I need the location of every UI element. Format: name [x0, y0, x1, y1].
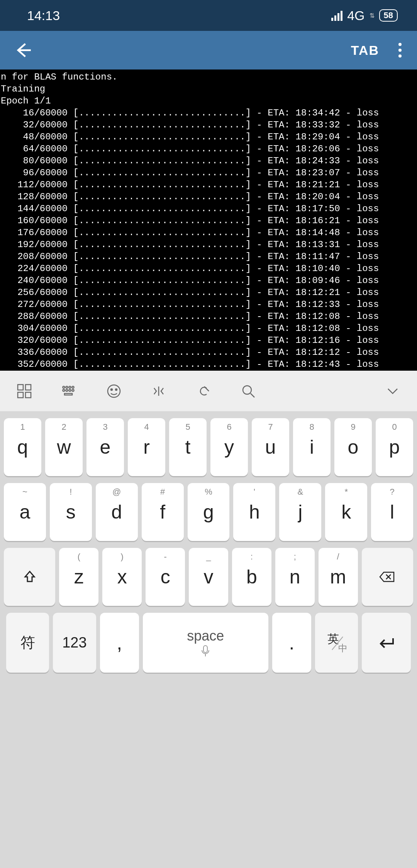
svg-point-15 [115, 389, 117, 390]
key-row-3: (z)x-c_v:b;n/m [4, 548, 413, 606]
svg-point-13 [108, 385, 120, 397]
key-row-2: ~a!s@d#f%g'h&j*k?l [4, 483, 413, 541]
backspace-key[interactable] [362, 548, 413, 606]
key-s[interactable]: !s [50, 483, 92, 541]
key-x[interactable]: )x [102, 548, 142, 606]
svg-point-8 [63, 389, 65, 391]
network-label: 4G [347, 8, 364, 23]
search-icon[interactable] [239, 382, 257, 400]
svg-point-7 [72, 386, 74, 388]
key-z[interactable]: (z [59, 548, 98, 606]
svg-point-6 [69, 386, 71, 388]
emoji-icon[interactable] [105, 382, 123, 400]
key-o[interactable]: 9o [334, 418, 372, 476]
svg-rect-1 [25, 385, 31, 390]
key-k[interactable]: *k [325, 483, 367, 541]
ime-toolbar [0, 371, 417, 411]
key-g[interactable]: %g [188, 483, 230, 541]
svg-point-11 [72, 389, 74, 391]
key-w[interactable]: 2w [45, 418, 83, 476]
svg-rect-17 [203, 646, 207, 653]
key-m[interactable]: /m [319, 548, 358, 606]
grid-icon[interactable] [15, 382, 33, 400]
key-l[interactable]: ?l [371, 483, 413, 541]
soft-keyboard: 1q2w3e4r5t6y7u8i9o0p ~a!s@d#f%g'h&j*k?l … [0, 411, 417, 868]
comma-key[interactable]: , [100, 613, 139, 673]
svg-rect-3 [25, 392, 31, 398]
clock: 14:13 [27, 8, 60, 23]
svg-rect-0 [18, 385, 23, 390]
key-y[interactable]: 6y [210, 418, 248, 476]
keyboard-dots-icon[interactable] [60, 382, 78, 400]
svg-rect-12 [64, 393, 72, 395]
battery-badge: 58 [379, 9, 398, 22]
key-i[interactable]: 8i [293, 418, 331, 476]
svg-point-5 [66, 386, 68, 388]
app-bar: TAB [0, 31, 417, 70]
key-u[interactable]: 7u [252, 418, 289, 476]
key-q[interactable]: 1q [4, 418, 41, 476]
enter-key[interactable] [362, 613, 411, 673]
svg-point-4 [63, 386, 65, 388]
cursor-move-icon[interactable] [150, 382, 168, 400]
status-right: 4G ⇅ 58 [331, 8, 398, 23]
key-c[interactable]: -c [146, 548, 185, 606]
terminal-output[interactable]: n for BLAS functions. Training Epoch 1/1… [0, 70, 417, 371]
svg-point-10 [69, 389, 71, 391]
signal-icon [331, 10, 342, 21]
svg-rect-2 [18, 392, 23, 398]
svg-point-16 [243, 386, 251, 394]
key-f[interactable]: #f [142, 483, 184, 541]
key-v[interactable]: _v [189, 548, 228, 606]
tab-button[interactable]: TAB [351, 43, 379, 58]
overflow-menu-icon[interactable] [395, 39, 405, 61]
key-t[interactable]: 5t [169, 418, 207, 476]
clip-icon[interactable] [195, 382, 212, 400]
language-key[interactable]: 英中 [315, 613, 358, 673]
period-key[interactable]: . [272, 613, 311, 673]
back-button[interactable] [12, 39, 35, 62]
key-row-1: 1q2w3e4r5t6y7u8i9o0p [4, 418, 413, 476]
svg-line-18 [332, 637, 343, 650]
svg-point-9 [66, 389, 68, 391]
key-j[interactable]: &j [279, 483, 321, 541]
numbers-key[interactable]: 123 [53, 613, 96, 673]
key-r[interactable]: 4r [128, 418, 165, 476]
space-key[interactable]: space [143, 613, 268, 673]
collapse-keyboard-icon[interactable] [384, 382, 402, 400]
status-bar: 14:13 4G ⇅ 58 [0, 0, 417, 31]
key-d[interactable]: @d [96, 483, 138, 541]
key-row-4: 符123,space .英中 [4, 613, 413, 673]
key-a[interactable]: ~a [4, 483, 46, 541]
key-p[interactable]: 0p [376, 418, 413, 476]
key-h[interactable]: 'h [233, 483, 275, 541]
key-b[interactable]: :b [232, 548, 271, 606]
svg-point-14 [111, 389, 112, 390]
arrows-icon: ⇅ [370, 12, 375, 19]
key-n[interactable]: ;n [275, 548, 315, 606]
key-e[interactable]: 3e [86, 418, 124, 476]
shift-key[interactable] [4, 548, 55, 606]
symbols-key[interactable]: 符 [6, 613, 49, 673]
